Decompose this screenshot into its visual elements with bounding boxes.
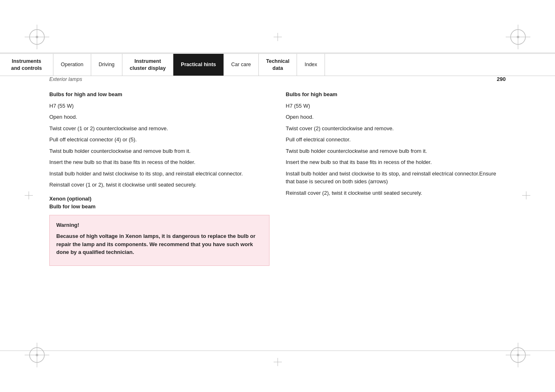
- corner-bottom-right: [506, 343, 530, 367]
- right-heading: Bulbs for high beam: [286, 90, 506, 99]
- section-title: Exterior lamps: [49, 76, 82, 82]
- right-step-5: Insert the new bulb so that its base fit…: [286, 158, 506, 166]
- nav-item-operation[interactable]: Operation: [53, 54, 91, 76]
- two-column-layout: Bulbs for high and low beam H7 (55 W) Op…: [49, 90, 506, 266]
- corner-top-left: [25, 25, 49, 49]
- left-step-5: Insert the new bulb so that its base fit…: [49, 158, 269, 166]
- corner-bottom-left: [25, 343, 49, 367]
- left-step-6: Install bulb holder and twist clockwise …: [49, 170, 269, 178]
- left-step-1: Open hood.: [49, 113, 269, 121]
- nav-item-instruments[interactable]: Instruments and controls: [0, 54, 53, 76]
- nav-item-practical-hints[interactable]: Practical hints: [173, 54, 223, 76]
- warning-box: Warning! Because of high voltage in Xeno…: [49, 215, 269, 266]
- svg-point-0: [30, 30, 44, 44]
- nav-item-cluster[interactable]: Instrument cluster display: [122, 54, 174, 76]
- page-number: 290: [497, 76, 506, 82]
- navigation-bar: Instruments and controls Operation Drivi…: [0, 53, 555, 76]
- right-step-6: Install bulb holder and twist clockwise …: [286, 170, 506, 186]
- crosshair-bottom-mid: [274, 358, 282, 367]
- warning-body: Because of high voltage in Xenon lamps, …: [56, 232, 263, 256]
- svg-point-5: [517, 36, 519, 38]
- warning-title: Warning!: [56, 221, 263, 229]
- svg-point-9: [36, 354, 38, 356]
- left-subheading: H7 (55 W): [49, 102, 269, 110]
- right-step-1: Open hood.: [286, 113, 506, 121]
- left-step-7: Reinstall cover (1 or 2), twist it clock…: [49, 181, 269, 189]
- corner-top-right: [506, 25, 530, 49]
- right-column: Bulbs for high beam H7 (55 W) Open hood.…: [286, 90, 506, 266]
- crosshair-left-mid: [25, 191, 33, 201]
- top-rule: [0, 53, 555, 53]
- left-step-4: Twist bulb holder counterclockwise and r…: [49, 147, 269, 155]
- right-step-3: Pull off electrical connector.: [286, 136, 506, 144]
- nav-item-driving[interactable]: Driving: [91, 54, 122, 76]
- svg-point-1: [36, 36, 38, 38]
- svg-point-4: [511, 30, 525, 44]
- right-step-7: Reinstall cover (2), twist it clockwise …: [286, 189, 506, 197]
- right-step-4: Twist bulb holder counterclockwise and r…: [286, 147, 506, 155]
- left-step-3: Pull off electrical connector (4) or (5)…: [49, 136, 269, 144]
- right-step-2: Twist cover (2) counterclockwise and rem…: [286, 125, 506, 133]
- nav-item-index[interactable]: Index: [297, 54, 325, 76]
- nav-item-technical-data[interactable]: Technical data: [259, 54, 297, 76]
- crosshair-right-mid: [522, 191, 530, 201]
- xenon-heading: Xenon (optional) Bulb for low beam: [49, 195, 269, 211]
- svg-point-12: [511, 348, 525, 362]
- svg-point-8: [30, 348, 44, 362]
- right-subheading: H7 (55 W): [286, 102, 506, 110]
- svg-point-13: [517, 354, 519, 356]
- bottom-rule: [0, 350, 555, 351]
- section-header: Exterior lamps 290: [49, 76, 506, 82]
- nav-item-car-care[interactable]: Car care: [224, 54, 259, 76]
- page-content: Exterior lamps 290 Bulbs for high and lo…: [49, 76, 506, 351]
- left-step-2: Twist cover (1 or 2) counterclockwise an…: [49, 125, 269, 133]
- crosshair-top-mid: [274, 33, 282, 42]
- left-heading: Bulbs for high and low beam: [49, 90, 269, 99]
- left-column: Bulbs for high and low beam H7 (55 W) Op…: [49, 90, 269, 266]
